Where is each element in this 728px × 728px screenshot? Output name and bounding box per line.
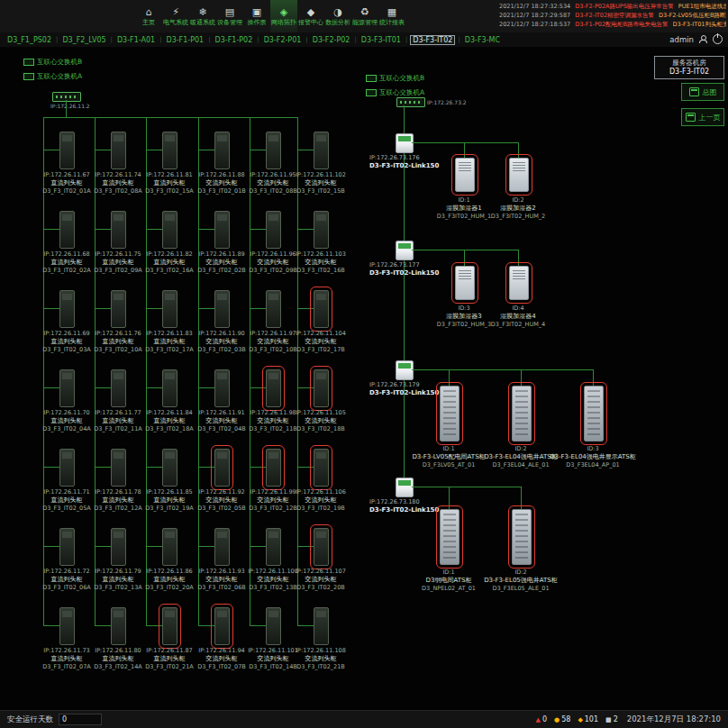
rack-node[interactable] — [59, 369, 75, 407]
device-node-hum[interactable] — [455, 266, 475, 300]
ticker-restore-message: PUE1组市电进线总有功功率越限告警复归 — [678, 2, 726, 11]
left-switch-icon[interactable] — [52, 92, 81, 102]
rack-node[interactable] — [59, 132, 75, 169]
scada-app: ⌂主页⚡电气系统❄暖通系统▤设备管理▣操作票◈网络拓扑◆报警中心◑数据分析♻能源… — [0, 0, 728, 728]
rack-node[interactable] — [314, 369, 329, 407]
tab-D3_F2_LV05[interactable]: D3_F2_LV05 — [60, 36, 107, 44]
gateway-node[interactable] — [396, 478, 414, 497]
rack-node[interactable] — [266, 369, 281, 407]
gateway-label: IP:172.26.73.179D3-F3-IT02-Link150 — [369, 381, 450, 397]
connection-line — [412, 250, 518, 250]
tab-D3-F1-P01[interactable]: D3-F1-P01 — [164, 36, 205, 44]
rack-node[interactable] — [162, 211, 177, 249]
rack-node[interactable] — [162, 449, 177, 487]
rack-node[interactable] — [111, 211, 126, 249]
rack-node[interactable] — [59, 607, 75, 645]
tab-D3-F3-IT01[interactable]: D3-F3-IT01 — [359, 36, 403, 44]
right-switch-a-label: 互联心交换机A — [366, 88, 424, 97]
rack-node[interactable] — [314, 211, 329, 249]
rack-node[interactable] — [214, 607, 230, 645]
nav-item-ticket[interactable]: ▣操作票 — [243, 0, 270, 32]
rack-node[interactable] — [111, 607, 126, 645]
rack-node[interactable] — [266, 132, 281, 169]
rack-node[interactable] — [266, 211, 281, 249]
tab-list: D3_F1_PS02|D3_F2_LV05|D3-F1-A01|D3-F1-P0… — [0, 32, 728, 47]
nav-item-electrical[interactable]: ⚡电气系统 — [162, 0, 189, 32]
rack-node[interactable] — [314, 607, 329, 645]
right-switch-icon[interactable] — [396, 97, 425, 107]
device-node-ats[interactable] — [512, 386, 532, 441]
nav-item-alarm[interactable]: ◆报警中心 — [297, 0, 324, 32]
rack-node[interactable] — [214, 290, 230, 328]
device-node-ats[interactable] — [440, 509, 460, 565]
connection-line — [297, 625, 314, 626]
rack-node[interactable] — [111, 369, 126, 407]
rack-node[interactable] — [59, 449, 75, 487]
rack-node[interactable] — [214, 132, 230, 169]
rack-node[interactable] — [111, 132, 126, 169]
rack-node[interactable] — [111, 449, 126, 487]
rack-node[interactable] — [314, 449, 329, 487]
device-node-hum[interactable] — [455, 158, 475, 192]
rack-node[interactable] — [214, 369, 230, 407]
rack-node[interactable] — [314, 290, 329, 328]
device-node-hum[interactable] — [509, 266, 529, 300]
nav-item-topology[interactable]: ◈网络拓扑 — [270, 0, 297, 32]
connection-line — [250, 546, 266, 547]
connection-line — [198, 387, 214, 388]
alarm-ticker[interactable]: 2021/12/7 18:27:32:534D3-F2-P02A路UPS输出电压… — [499, 2, 726, 29]
device-name: D3-F3-EL05强电井ATS柜 — [467, 577, 575, 585]
nav-item-energy[interactable]: ♻能源管理 — [351, 0, 378, 32]
rack-node[interactable] — [162, 528, 177, 566]
device-name: 湿膜加湿器2 — [464, 205, 572, 213]
rack-node[interactable] — [214, 449, 230, 487]
rack-node[interactable] — [111, 290, 126, 328]
tab-D3-F2-P02[interactable]: D3-F2-P02 — [311, 36, 352, 44]
rack-ip: IP:172.26.11.104 — [290, 330, 351, 338]
rack-node[interactable] — [214, 211, 230, 249]
device-node-ats[interactable] — [440, 386, 460, 441]
device-label: ID:2湿膜加湿器2D3_F3IT02_HUM_2 — [464, 196, 572, 221]
rack-node[interactable] — [266, 290, 281, 328]
tab-D3-F1-P02[interactable]: D3-F1-P02 — [214, 36, 255, 44]
device-node-ats[interactable] — [512, 509, 532, 565]
tab-D3_F1_PS02[interactable]: D3_F1_PS02 — [5, 36, 53, 44]
rack-node[interactable] — [266, 607, 281, 645]
gateway-label: IP:172.26.73.176D3-F3-IT02-Link150 — [369, 154, 450, 170]
rack-node[interactable] — [314, 528, 329, 566]
rack-node[interactable] — [314, 132, 329, 169]
ticket-icon: ▣ — [252, 7, 261, 17]
rack-node[interactable] — [214, 528, 230, 566]
device-node-ats[interactable] — [584, 386, 604, 441]
gateway-node[interactable] — [396, 133, 414, 153]
tab-D3-F1-A01[interactable]: D3-F1-A01 — [115, 36, 157, 44]
rack-node[interactable] — [162, 369, 177, 407]
nav-item-report[interactable]: ▦统计报表 — [378, 0, 405, 32]
tab-D3-F2-P01[interactable]: D3-F2-P01 — [262, 36, 304, 44]
nav-item-hvac[interactable]: ❄暖通系统 — [189, 0, 216, 32]
tab-D3-F3-MC[interactable]: D3-F3-MC — [463, 36, 502, 44]
power-icon[interactable] — [713, 34, 723, 44]
nav-item-device[interactable]: ▤设备管理 — [216, 0, 243, 32]
rack-node[interactable] — [162, 132, 177, 169]
rack-node[interactable] — [266, 528, 281, 566]
gateway-node[interactable] — [396, 241, 414, 260]
nav-item-analysis[interactable]: ◑数据分析 — [324, 0, 351, 32]
rack-node[interactable] — [59, 528, 75, 566]
tab-D3-F3-IT02[interactable]: D3-F3-IT02 — [410, 35, 455, 45]
back-button[interactable]: 上一页 — [681, 108, 724, 126]
user-icon[interactable] — [699, 35, 707, 43]
rack-node[interactable] — [59, 211, 75, 249]
gateway-node[interactable] — [396, 360, 414, 380]
overview-button[interactable]: 总图 — [681, 83, 724, 101]
rack-node[interactable] — [111, 528, 126, 566]
rack-node[interactable] — [162, 290, 177, 328]
rack-node[interactable] — [266, 449, 281, 487]
connection-line — [449, 487, 450, 509]
rack-node[interactable] — [162, 607, 177, 645]
alarm-count-value: 101 — [585, 715, 598, 723]
nav-item-home[interactable]: ⌂主页 — [135, 0, 162, 32]
device-node-hum[interactable] — [509, 158, 529, 192]
rack-node[interactable] — [59, 290, 75, 328]
connection-line — [518, 142, 519, 158]
